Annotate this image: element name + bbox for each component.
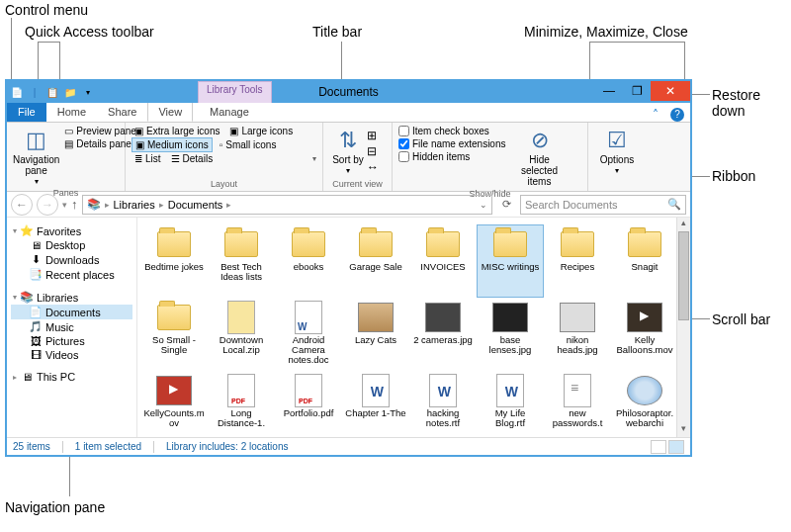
- file-item[interactable]: Garage Sale: [343, 225, 408, 297]
- hide-selected-button[interactable]: ⊘ Hide selected items: [510, 125, 570, 187]
- nav-videos[interactable]: 🎞Videos: [11, 348, 132, 362]
- navigation-pane-button[interactable]: ◫ Navigation pane ▾: [13, 125, 59, 186]
- scroll-up-arrow[interactable]: ▴: [677, 218, 690, 231]
- file-item[interactable]: Snagit: [612, 225, 677, 297]
- qat-customize-icon[interactable]: ▾: [80, 84, 96, 100]
- nav-favorites[interactable]: ▾⭐Favorites: [11, 223, 132, 238]
- up-button[interactable]: ↑: [71, 197, 78, 212]
- file-item[interactable]: Portfolio.pdf: [276, 372, 341, 437]
- nav-libraries[interactable]: ▾📚Libraries: [11, 290, 132, 305]
- tab-share[interactable]: Share: [97, 102, 147, 122]
- group-by-icon[interactable]: ⊞: [367, 129, 379, 142]
- address-dropdown-icon[interactable]: ⌄: [480, 200, 487, 210]
- icons-view-toggle[interactable]: [668, 440, 684, 454]
- control-menu-icon[interactable]: 📄: [9, 84, 25, 100]
- minimize-button[interactable]: —: [595, 81, 623, 101]
- file-item[interactable]: nikon heads.jpg: [545, 299, 610, 370]
- file-item[interactable]: Bedtime jokes: [141, 225, 207, 297]
- back-button[interactable]: ←: [11, 194, 33, 216]
- scroll-thumb[interactable]: [678, 231, 689, 320]
- hide-selected-icon: ⊘: [531, 128, 549, 153]
- file-item[interactable]: Recipes: [545, 225, 610, 297]
- breadcrumb-sep[interactable]: ▸: [105, 200, 110, 210]
- nav-downloads[interactable]: ⬇Downloads: [11, 252, 132, 267]
- tab-home[interactable]: Home: [46, 102, 97, 122]
- tab-view[interactable]: View: [147, 102, 193, 122]
- size-columns-icon[interactable]: ↔: [367, 160, 379, 174]
- callout-line: [589, 42, 684, 43]
- sort-by-button[interactable]: ⇅ Sort by ▾: [329, 125, 367, 175]
- address-bar[interactable]: 📚 ▸ Libraries ▸ Documents ▸ ⌄: [82, 195, 493, 215]
- nav-this-pc-label: This PC: [37, 371, 75, 383]
- item-icon: [290, 301, 327, 334]
- nav-recent[interactable]: 📑Recent places: [11, 267, 132, 282]
- nav-music[interactable]: 🎵Music: [11, 319, 132, 334]
- layout-large[interactable]: ▣Large icons: [226, 125, 296, 137]
- file-item[interactable]: Long Distance-1.: [209, 372, 274, 437]
- chevron-icon: ▾: [13, 226, 17, 235]
- breadcrumb-documents[interactable]: Documents: [168, 199, 223, 211]
- file-item[interactable]: 2 cameras.jpg: [410, 299, 476, 370]
- file-item[interactable]: Downtown Local.zip: [209, 299, 274, 370]
- refresh-button[interactable]: ⟳: [496, 198, 516, 211]
- layout-extra-large[interactable]: ▣Extra large icons: [132, 125, 222, 137]
- options-button[interactable]: ☑ Options ▾: [594, 125, 640, 175]
- breadcrumb-sep[interactable]: ▸: [159, 200, 164, 210]
- nav-documents[interactable]: 📄Documents: [11, 305, 132, 319]
- item-check-checkbox[interactable]: [398, 126, 409, 136]
- hidden-checkbox[interactable]: [398, 151, 409, 162]
- layout-small[interactable]: ▫Small icons: [217, 138, 280, 151]
- file-item[interactable]: ebooks: [276, 225, 341, 297]
- ribbon-collapse-icon[interactable]: ˄: [653, 108, 666, 122]
- file-item[interactable]: new passwords.t: [545, 372, 610, 437]
- help-icon[interactable]: ?: [670, 108, 684, 122]
- scroll-down-arrow[interactable]: ▾: [677, 423, 690, 437]
- restore-button[interactable]: ❐: [623, 81, 651, 101]
- file-item[interactable]: base lenses.jpg: [478, 299, 543, 370]
- file-item[interactable]: Chapter 1-The: [343, 372, 408, 437]
- item-check-boxes[interactable]: Item check boxes: [398, 125, 506, 137]
- file-item[interactable]: My Life Blog.rtf: [478, 372, 543, 437]
- layout-medium[interactable]: ▣Medium icons: [132, 137, 213, 152]
- window-title: Documents: [318, 85, 379, 99]
- nav-desktop[interactable]: 🖥Desktop: [11, 238, 132, 252]
- videos-icon: 🎞: [29, 349, 43, 361]
- layout-more-icon[interactable]: ▾: [312, 154, 316, 163]
- qat-newfolder-icon[interactable]: 📁: [62, 84, 78, 100]
- large-label: Large icons: [241, 126, 293, 136]
- file-item[interactable]: Philosoraptor.webarchi: [612, 372, 677, 437]
- breadcrumb-sep[interactable]: ▸: [226, 200, 231, 210]
- file-name-extensions[interactable]: File name extensions: [398, 137, 506, 150]
- nav-pictures[interactable]: 🖼Pictures: [11, 334, 132, 348]
- qat-properties-icon[interactable]: 📋: [44, 84, 60, 100]
- file-item[interactable]: hacking notes.rtf: [410, 372, 476, 437]
- tab-manage[interactable]: Manage: [199, 101, 260, 122]
- file-item[interactable]: MISC writings: [478, 225, 543, 297]
- navigation-pane[interactable]: ▾⭐Favorites 🖥Desktop ⬇Downloads 📑Recent …: [7, 218, 137, 437]
- file-item[interactable]: So Small - Single: [141, 299, 207, 370]
- forward-button[interactable]: →: [37, 194, 58, 216]
- tab-file[interactable]: File: [7, 102, 46, 122]
- file-item[interactable]: Best Tech Ideas lists: [209, 225, 274, 297]
- hidden-items[interactable]: Hidden items: [398, 150, 506, 163]
- add-columns-icon[interactable]: ⊟: [367, 144, 379, 158]
- file-item[interactable]: Lazy Cats: [343, 299, 408, 370]
- recent-locations-icon[interactable]: ▾: [62, 200, 67, 210]
- nav-this-pc[interactable]: ▸🖥This PC: [11, 370, 132, 384]
- search-box[interactable]: Search Documents 🔍: [520, 195, 686, 215]
- status-selected: 1 item selected: [75, 441, 141, 452]
- title-bar[interactable]: 📄 | 📋 📁 ▾ Library Tools Documents — ❐ ✕: [7, 81, 690, 103]
- details-icon: ☰: [171, 153, 180, 164]
- file-item[interactable]: INVOICES: [410, 225, 476, 297]
- breadcrumb-libraries[interactable]: Libraries: [114, 199, 155, 211]
- file-item[interactable]: Android Camera notes.doc: [276, 299, 341, 370]
- layout-details[interactable]: ☰Details: [168, 152, 217, 165]
- layout-list[interactable]: ≣List: [132, 152, 164, 165]
- file-item[interactable]: Kelly Balloons.mov: [612, 299, 677, 370]
- file-ext-checkbox[interactable]: [398, 138, 409, 149]
- content-area[interactable]: Bedtime jokesBest Tech Ideas listsebooks…: [137, 218, 690, 437]
- vertical-scrollbar[interactable]: ▴ ▾: [676, 218, 690, 437]
- details-view-toggle[interactable]: [651, 440, 666, 454]
- close-button[interactable]: ✕: [651, 81, 690, 101]
- file-item[interactable]: KellyCounts.mov: [141, 372, 207, 437]
